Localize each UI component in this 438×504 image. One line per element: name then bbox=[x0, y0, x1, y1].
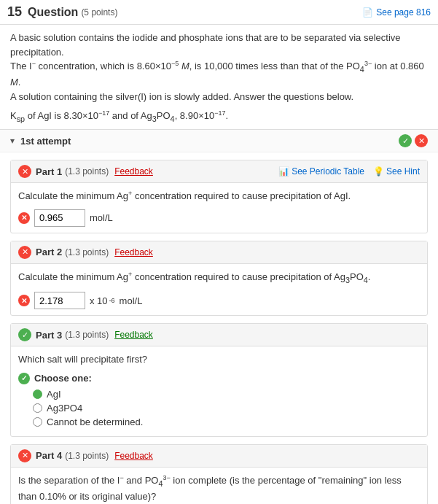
part-2-label: Part 2 bbox=[36, 247, 62, 257]
part-1-status-icon: ✕ bbox=[18, 165, 31, 178]
part-1-label: Part 1 bbox=[36, 166, 62, 177]
part-3-choose-label: Choose one: bbox=[34, 373, 92, 384]
attempt-correct-icon: ✓ bbox=[399, 134, 412, 147]
part-3-section: ✓ Part 3 (1.3 points) Feedback Which sal… bbox=[10, 323, 428, 437]
part-2-section: ✕ Part 2 (1.3 points) Feedback Calculate… bbox=[10, 241, 428, 316]
part-1-feedback-link[interactable]: Feedback bbox=[114, 166, 153, 177]
part-3-question: Which salt will precipitate first? bbox=[18, 352, 420, 367]
times-label: x 10 bbox=[90, 295, 108, 306]
ksp-line: Ksp of AgI is 8.30×10−17 and of Ag3PO4, … bbox=[0, 106, 438, 129]
attempt-error-icon: ✕ bbox=[415, 134, 428, 147]
part-3-correct-icon: ✓ bbox=[18, 373, 30, 384]
periodic-table-link[interactable]: 📊 See Periodic Table bbox=[278, 166, 364, 177]
part-3-radio-ag3po4[interactable] bbox=[33, 403, 42, 413]
part-3-header: ✓ Part 3 (1.3 points) Feedback bbox=[11, 324, 427, 346]
part-2-body: Calculate the minimum Ag+ concentration … bbox=[11, 264, 427, 315]
part-3-radio-cannot[interactable] bbox=[33, 417, 42, 427]
part-3-label: Part 3 bbox=[36, 330, 62, 341]
part-2-question: Calculate the minimum Ag+ concentration … bbox=[18, 270, 420, 286]
part-2-exponent: x 10-6 bbox=[90, 295, 115, 306]
part-1-body: Calculate the minimum Ag+ concentration … bbox=[11, 183, 427, 233]
part-2-unit: mol/L bbox=[120, 295, 143, 306]
part-3-option-cannot-label: Cannot be determined. bbox=[47, 416, 143, 427]
question-title: Question bbox=[28, 6, 78, 19]
question-body: A basic solution contains the iodide and… bbox=[0, 25, 438, 106]
part-1-section: ✕ Part 1 (1.3 points) Feedback 📊 See Per… bbox=[10, 160, 428, 233]
part-1-answer-error-icon: ✕ bbox=[18, 212, 30, 224]
hint-label: See Hint bbox=[386, 166, 420, 177]
part-4-section: ✕ Part 4 (1.3 points) Feedback Is the se… bbox=[10, 444, 428, 504]
part-2-points: (1.3 points) bbox=[65, 247, 109, 257]
page-icon: 📄 bbox=[362, 7, 373, 18]
part-2-header: ✕ Part 2 (1.3 points) Feedback bbox=[11, 241, 427, 264]
part-3-option-ag3po4-label: Ag3PO4 bbox=[47, 403, 82, 414]
part-1-header: ✕ Part 1 (1.3 points) Feedback 📊 See Per… bbox=[11, 160, 427, 183]
part-1-points: (1.3 points) bbox=[65, 166, 109, 177]
part-3-option-agi: AgI bbox=[33, 389, 420, 400]
part-3-radio-agi[interactable] bbox=[33, 389, 42, 399]
part-4-body: Is the separation of the I− and PO43− io… bbox=[11, 468, 427, 504]
part-1-unit: mol/L bbox=[90, 212, 113, 223]
hint-link[interactable]: 💡 See Hint bbox=[373, 166, 420, 177]
part-1-tools: 📊 See Periodic Table 💡 See Hint bbox=[278, 166, 420, 177]
see-page-link[interactable]: 📄 See page 816 bbox=[362, 7, 431, 18]
question-line-3: A solution containing the silver(I) ion … bbox=[10, 90, 428, 104]
part-2-exponent-value: -6 bbox=[109, 297, 115, 304]
collapse-chevron[interactable]: ▾ bbox=[10, 136, 15, 146]
part-4-header: ✕ Part 4 (1.3 points) Feedback bbox=[11, 445, 427, 468]
periodic-table-label: See Periodic Table bbox=[292, 166, 364, 177]
part-1-answer-input[interactable] bbox=[34, 209, 85, 227]
part-2-status-icon: ✕ bbox=[18, 246, 31, 259]
question-points: (5 points) bbox=[81, 7, 117, 18]
part-4-points: (1.3 points) bbox=[65, 451, 109, 461]
attempt-label: 1st attempt bbox=[20, 136, 71, 147]
part-3-option-agi-label: AgI bbox=[47, 389, 61, 400]
part-3-option-ag3po4: Ag3PO4 bbox=[33, 403, 420, 414]
question-header: 15 Question (5 points) 📄 See page 816 bbox=[0, 0, 438, 25]
part-4-question: Is the separation of the I− and PO43− io… bbox=[18, 473, 420, 504]
part-3-body: Which salt will precipitate first? ✓ Cho… bbox=[11, 346, 427, 436]
part-3-radio-group: AgI Ag3PO4 Cannot be determined. bbox=[33, 389, 420, 427]
part-3-points: (1.3 points) bbox=[65, 330, 109, 340]
part-2-answer-input[interactable] bbox=[34, 292, 85, 309]
chart-icon: 📊 bbox=[278, 166, 289, 177]
part-2-feedback-link[interactable]: Feedback bbox=[114, 247, 153, 257]
part-3-option-cannot: Cannot be determined. bbox=[33, 416, 420, 427]
question-number: 15 bbox=[7, 4, 22, 20]
see-page-anchor[interactable]: See page 816 bbox=[376, 7, 431, 18]
part-4-feedback-link[interactable]: Feedback bbox=[114, 451, 153, 461]
part-3-choose-one: ✓ Choose one: bbox=[18, 373, 420, 384]
part-1-question: Calculate the minimum Ag+ concentration … bbox=[18, 189, 420, 203]
part-2-answer-row: ✕ x 10-6 mol/L bbox=[18, 292, 420, 309]
part-2-answer-error-icon: ✕ bbox=[18, 295, 30, 306]
part-3-status-icon: ✓ bbox=[18, 328, 31, 341]
part-3-feedback-link[interactable]: Feedback bbox=[114, 330, 153, 340]
attempt-bar: ▾ 1st attempt ✓ ✕ bbox=[0, 129, 438, 152]
question-line-2: The I− concentration, which is 8.60×10−5… bbox=[10, 59, 428, 90]
part-1-answer-row: ✕ mol/L bbox=[18, 209, 420, 227]
question-line-1: A basic solution contains the iodide and… bbox=[10, 31, 428, 59]
part-4-label: Part 4 bbox=[36, 450, 62, 461]
bulb-icon: 💡 bbox=[373, 166, 384, 177]
part-4-status-icon: ✕ bbox=[18, 449, 31, 462]
attempt-icons: ✓ ✕ bbox=[399, 134, 428, 147]
